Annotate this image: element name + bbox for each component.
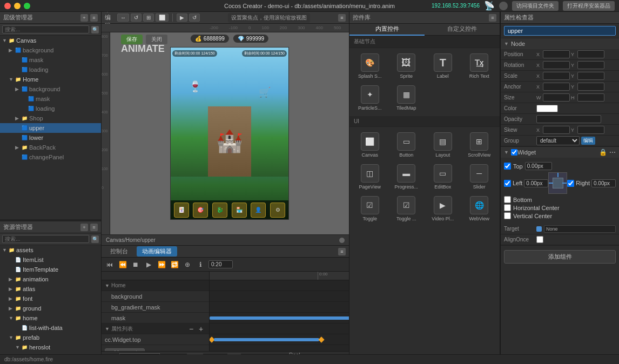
ctrl-canvas[interactable]: ⬜ Canvas <box>353 130 387 160</box>
tree-item-backpack[interactable]: ▶ 📁 BackPack <box>0 143 101 152</box>
widget-enable-checkbox[interactable] <box>511 149 517 156</box>
tl-label-home[interactable]: ▼ Home <box>102 280 209 291</box>
rotation-x[interactable]: 0 <box>543 61 570 69</box>
opacity-input[interactable]: 255 <box>536 115 601 123</box>
open-folder-button[interactable]: 访问项目文件夹 <box>512 1 559 11</box>
scale-tool[interactable]: ⊞ <box>143 14 154 22</box>
tree-item-lower[interactable]: 🟦 lower <box>0 133 101 143</box>
close-button[interactable] <box>4 3 11 9</box>
assets-icons[interactable]: + ≡ <box>80 224 98 231</box>
assets-add-icon[interactable]: + <box>80 224 88 231</box>
tree-item-home-loading[interactable]: 🟦 loading <box>0 104 101 113</box>
assets-item-prefab[interactable]: ▼ 📁 prefab <box>0 333 101 342</box>
assets-item-font[interactable]: ▶ 📁 font <box>0 294 101 304</box>
close-button[interactable]: 关闭 <box>146 35 167 44</box>
ctrl-button[interactable]: ▭ Button <box>389 130 424 160</box>
assets-item-home[interactable]: ▼ 📁 home <box>0 313 101 323</box>
position-x[interactable]: 0 <box>543 50 570 58</box>
tab-custom[interactable]: 自定义控件 <box>425 23 500 36</box>
ctrl-progress[interactable]: ▬ Progress... <box>389 162 424 192</box>
hierarchy-add-icon[interactable]: + <box>80 14 88 22</box>
widget-overflow-icon[interactable]: ⋯ <box>609 149 616 156</box>
keyframe-widget-end[interactable] <box>318 336 324 342</box>
position-y[interactable]: 480 <box>577 50 604 58</box>
hierarchy-search-icon[interactable]: 🔍 <box>91 26 99 33</box>
node-name-input[interactable] <box>504 26 616 36</box>
assets-item-atlas[interactable]: ▶ 📁 atlas <box>0 284 101 294</box>
ctrl-webview[interactable]: 🌐 WebView <box>462 194 497 224</box>
tl-label-background[interactable]: background <box>102 291 209 302</box>
widget-horiz-checkbox[interactable] <box>504 204 511 211</box>
timeline-next-frame[interactable]: ⏩ <box>157 261 166 268</box>
tl-label-mask[interactable]: mask <box>102 313 209 323</box>
editor-icons[interactable]: ≡ <box>338 14 346 22</box>
widget-left-checkbox[interactable] <box>504 180 511 187</box>
timeline-menu-icon[interactable]: ≡ <box>338 248 346 255</box>
widget-bottom-checkbox[interactable] <box>504 196 511 203</box>
timeline-play[interactable]: ▶ <box>144 261 153 268</box>
add-prop-plus[interactable]: + <box>196 325 206 333</box>
editor-menu-icon[interactable]: ≡ <box>338 14 346 22</box>
ctrl-editbox[interactable]: ▭ EditBox <box>426 162 460 192</box>
ctrl-scrollview[interactable]: ⊞ ScrollView <box>462 130 497 160</box>
window-controls[interactable] <box>4 3 30 9</box>
color-swatch[interactable] <box>536 105 558 112</box>
tl-label-props[interactable]: ▼ 属性列表 − + <box>102 323 209 334</box>
tab-console[interactable]: 控制台 <box>105 246 133 257</box>
tree-item-home-mask[interactable]: 🟦 mask <box>0 94 101 104</box>
ctrl-slider[interactable]: ─ Slider <box>462 162 497 192</box>
timeline-time-input[interactable] <box>208 260 233 268</box>
scene-area[interactable]: -200 -100 0 100 200 300 400 500 600 8007… <box>102 24 349 245</box>
open-installer-button[interactable]: 打开程序安装器品 <box>563 1 615 11</box>
tree-item-home-bg[interactable]: ▶ 🟦 background <box>0 84 101 94</box>
widget-top-value[interactable] <box>525 162 552 170</box>
assets-item-assets[interactable]: ▼ 📁 assets <box>0 245 101 255</box>
anchor-y[interactable]: 0.5 <box>577 83 604 91</box>
widget-section-header[interactable]: ▼ Widget 🔒 ⋯ <box>501 147 619 158</box>
tree-item-upper[interactable]: 🟦 upper <box>0 123 101 133</box>
hierarchy-menu-icon[interactable]: ≡ <box>90 14 98 22</box>
ctrl-lib-menu-icon[interactable]: ≡ <box>489 14 496 22</box>
save-button[interactable]: 保存 <box>121 35 143 44</box>
ctrl-richtext[interactable]: T͢x Rich Text <box>462 51 497 81</box>
timeline-loop[interactable]: 🔁 <box>170 261 179 268</box>
assets-item-ground[interactable]: ▶ 📁 ground <box>0 304 101 313</box>
assets-item-animation[interactable]: ▶ 📁 animation <box>0 274 101 284</box>
assets-menu-icon[interactable]: ≡ <box>90 224 98 231</box>
ctrl-label[interactable]: T Label <box>426 51 460 81</box>
ctrl-toggle[interactable]: ☑ Toggle <box>353 194 387 224</box>
timeline-to-start[interactable]: ⏮ <box>105 261 115 268</box>
ctrl-sprite[interactable]: 🖼 Sprite <box>389 51 424 81</box>
hierarchy-icons[interactable]: + ≡ <box>80 14 98 22</box>
ctrl-videoplayer[interactable]: ▶ Video Pl... <box>426 194 460 224</box>
translate-tool[interactable]: ↔ <box>117 14 129 22</box>
widget-right-value[interactable] <box>591 179 616 187</box>
timeline-add[interactable]: ⊕ <box>183 261 192 268</box>
group-edit-button[interactable]: 编辑 <box>581 137 595 145</box>
group-select[interactable]: default <box>536 136 580 145</box>
rotate-tool[interactable]: ↺ <box>131 14 142 22</box>
timeline-prev-frame[interactable]: ⏪ <box>118 261 127 268</box>
assets-item-heroslot[interactable]: ▼ 📁 heroslot <box>0 342 101 352</box>
ctrl-splash[interactable]: 🎨 Splash S... <box>353 51 387 81</box>
timeline-info[interactable]: ℹ <box>196 261 205 268</box>
widget-lock-icon[interactable]: 🔒 <box>599 149 607 156</box>
ctrl-togglegroup[interactable]: ☑ Toggle ... <box>389 194 424 224</box>
widget-left-value[interactable] <box>524 179 548 187</box>
node-section-header[interactable]: ▼ Node <box>501 38 619 49</box>
widget-top-checkbox[interactable] <box>504 163 511 170</box>
skew-x[interactable]: 0 <box>543 126 570 134</box>
widget-right-checkbox[interactable] <box>567 180 574 187</box>
align-once-checkbox[interactable] <box>536 236 543 243</box>
rotation-y[interactable]: 0 <box>577 61 604 69</box>
assets-item-list-data[interactable]: 📄 list-with-data <box>0 323 101 333</box>
timeline-tracks[interactable]: 0:00 0:05 0:10 0:15 0:20 0:25 0:30 0:35 … <box>210 272 349 351</box>
tree-item-canvas[interactable]: ▼ 📁 Canvas <box>0 36 101 45</box>
assets-search[interactable] <box>2 235 89 243</box>
scene-canvas[interactable]: ANIMATE 保存 关闭 💰 6888899 <box>110 32 349 234</box>
hierarchy-search[interactable] <box>2 25 89 33</box>
tree-item-bg[interactable]: ▶ 🟦 background <box>0 45 101 55</box>
maximize-button[interactable] <box>24 3 30 9</box>
tree-item-mask1[interactable]: 🟦 mask <box>0 55 101 65</box>
ctrl-particle[interactable]: ✦ ParticleS... <box>353 83 387 113</box>
